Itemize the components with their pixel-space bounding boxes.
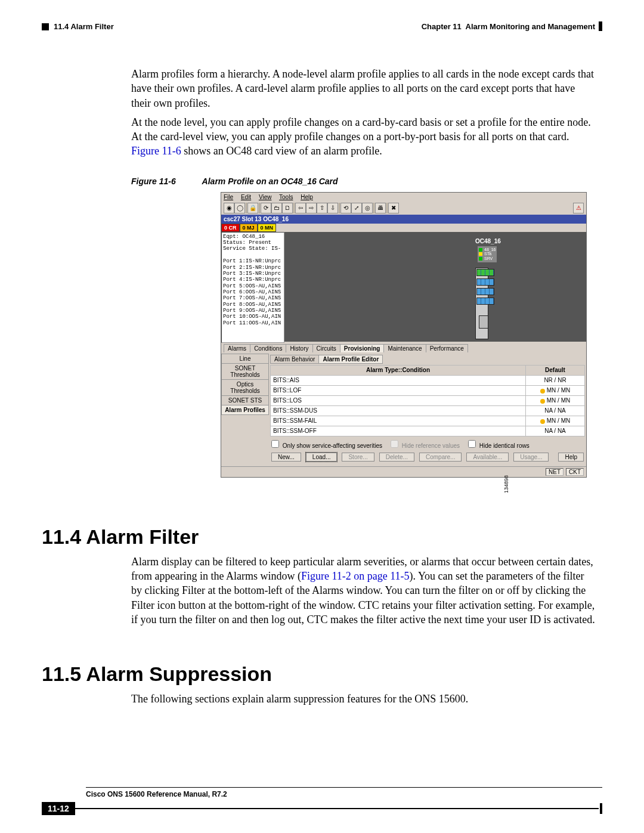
side-tabs: LineSONET ThresholdsOptics ThresholdsSON…	[221, 354, 269, 466]
side-tab-line[interactable]: Line	[221, 354, 269, 364]
tab-maintenance[interactable]: Maintenance	[383, 344, 426, 352]
sub-tab-alarm-behavior[interactable]: Alarm Behavior	[270, 355, 319, 364]
side-tab-alarm-profiles[interactable]: Alarm Profiles	[221, 405, 269, 415]
arrow-down-icon[interactable]: ⇩	[327, 203, 338, 213]
figure-label: Figure 11-6	[131, 176, 176, 186]
tb-btn-6[interactable]: 🗋	[282, 203, 293, 213]
link-figure-11-6[interactable]: Figure 11-6	[131, 145, 181, 157]
port-3-icon[interactable]	[476, 288, 494, 295]
status-pane: Eqpt: OC48_16 Status: Present Service St…	[221, 232, 284, 343]
help-button[interactable]: Help	[558, 453, 584, 462]
grid-header-default[interactable]: Default	[526, 365, 585, 375]
checkbox-row: Only show service-affecting severities H…	[270, 436, 585, 450]
header-chapter: Chapter 11 Alarm Monitoring and Manageme…	[422, 22, 595, 31]
tb-btn-5[interactable]: 🗀	[271, 203, 282, 213]
figure-title: Alarm Profile on an OC48_16 Card	[202, 176, 338, 186]
screenshot-id: 134898	[503, 475, 509, 493]
button-row: New... Load... Store... Delete... Compar…	[270, 450, 585, 465]
arrow-right-icon[interactable]: ⇨	[306, 203, 317, 213]
usage-button[interactable]: Usage...	[513, 453, 549, 462]
tab-alarms[interactable]: Alarms	[224, 344, 250, 352]
footer-book-title: Cisco ONS 15600 Reference Manual, R7.2	[86, 790, 227, 798]
arrow-left-icon[interactable]: ⇦	[295, 203, 306, 213]
tab-conditions[interactable]: Conditions	[250, 344, 286, 352]
menu-tools[interactable]: Tools	[279, 194, 293, 200]
table-row[interactable]: BITS::SSM-DUSNA / NA	[271, 405, 585, 416]
arrow-up-icon[interactable]: ⇧	[317, 203, 327, 213]
paragraph-2: At the node level, you can apply profile…	[131, 115, 596, 159]
card-label: OC48_16	[475, 238, 501, 244]
status-net: NET	[546, 468, 564, 476]
card-legend: 48_16STaSRV	[478, 246, 497, 262]
new-button[interactable]: New...	[271, 453, 301, 462]
menu-view[interactable]: View	[259, 194, 272, 200]
paragraph-1: Alarm profiles form a hierarchy. A node-…	[131, 67, 596, 110]
table-row[interactable]: BITS::AISNR / NR	[271, 375, 585, 385]
count-mn: 0 MN	[258, 224, 277, 232]
section-11-4-body: Alarm display can be filtered to keep pa…	[131, 555, 596, 627]
footer-rule	[75, 808, 599, 809]
port-4-icon[interactable]	[476, 298, 494, 305]
status-ckt: CKT	[566, 468, 584, 476]
header-bar-icon	[599, 21, 602, 31]
grid-header-condition[interactable]: Alarm Type::Condition	[271, 365, 526, 375]
compare-button[interactable]: Compare...	[419, 453, 462, 462]
menubar[interactable]: File Edit View Tools Help	[221, 193, 586, 202]
tb-btn-4[interactable]: ⟳	[261, 203, 271, 213]
window-title: csc27 Slot 13 OC48_16	[221, 215, 586, 224]
table-row[interactable]: BITS::SSM-OFFNA / NA	[271, 426, 585, 436]
section-11-5-body: The following sections explain alarm sup…	[131, 692, 596, 706]
port-2-icon[interactable]	[476, 278, 494, 286]
toolbar: ◉ ◯ 🔒 ⟳ 🗀 🗋 ⇦ ⇨ ⇧ ⇩ ⟲ ⤢ ◎ 🖶 ✖ ⚠	[221, 202, 586, 215]
tb-btn-1[interactable]: ◉	[224, 203, 234, 213]
chk-hide-ref[interactable]: Hide reference values	[391, 440, 460, 449]
side-tab-sonet-sts[interactable]: SONET STS	[221, 395, 269, 405]
chk-only-sa[interactable]: Only show service-affecting severities	[271, 440, 382, 449]
menu-edit[interactable]: Edit	[241, 194, 251, 200]
count-mj: 0 MJ	[240, 224, 258, 232]
card-graphic-pane: OC48_16 48_16STaSRV	[284, 232, 586, 342]
chk-hide-ident[interactable]: Hide identical rows	[468, 440, 530, 449]
tab-history[interactable]: History	[286, 344, 312, 352]
side-tab-sonet-thresholds[interactable]: SONET Thresholds	[221, 363, 269, 380]
menu-help[interactable]: Help	[301, 194, 313, 200]
sub-tab-alarm-profile-editor[interactable]: Alarm Profile Editor	[318, 355, 383, 364]
footer-tick-icon	[600, 803, 602, 814]
load-button[interactable]: Load...	[306, 453, 338, 462]
main-tabs: AlarmsConditionsHistoryCircuitsProvision…	[221, 343, 586, 354]
side-tab-optics-thresholds[interactable]: Optics Thresholds	[221, 379, 269, 396]
tb-btn-12[interactable]: ⤢	[351, 203, 362, 213]
tab-circuits[interactable]: Circuits	[312, 344, 340, 352]
tb-btn-14[interactable]: 🖶	[375, 203, 386, 213]
tb-btn-13[interactable]: ◎	[362, 203, 373, 213]
alarm-grid: Alarm Type::Condition Default BITS::AISN…	[270, 365, 585, 436]
alert-icon[interactable]: ⚠	[573, 203, 584, 213]
link-figure-11-2[interactable]: Figure 11-2 on page 11-5	[301, 570, 410, 582]
table-row[interactable]: BITS::LOFMN / MN	[271, 385, 585, 395]
header-square	[42, 23, 49, 30]
delete-button[interactable]: Delete...	[379, 453, 414, 462]
statusbar: NET CKT	[221, 466, 586, 477]
store-button[interactable]: Store...	[342, 453, 374, 462]
port-grey-icon[interactable]	[479, 315, 488, 329]
sub-tabs: Alarm BehaviorAlarm Profile Editor	[270, 355, 585, 364]
tab-performance[interactable]: Performance	[426, 344, 468, 352]
footer-page-number: 11-12	[42, 802, 75, 815]
count-cr: 0 CR	[221, 224, 240, 232]
alarm-counts: 0 CR 0 MJ 0 MN	[221, 224, 586, 232]
menu-file[interactable]: File	[224, 194, 233, 200]
available-button[interactable]: Available...	[466, 453, 509, 462]
table-row[interactable]: BITS::LOSMN / MN	[271, 395, 585, 405]
screenshot-window: File Edit View Tools Help ◉ ◯ 🔒 ⟳ 🗀 🗋 ⇦ …	[221, 192, 587, 478]
heading-11-4: 11.4 Alarm Filter	[42, 525, 602, 549]
port-1-icon[interactable]	[476, 269, 494, 276]
header-section-ref: 11.4 Alarm Filter	[54, 22, 114, 31]
tb-btn-11[interactable]: ⟲	[340, 203, 351, 213]
tb-btn-15[interactable]: ✖	[388, 203, 399, 213]
tb-btn-2[interactable]: ◯	[234, 203, 245, 213]
table-row[interactable]: BITS::SSM-FAILMN / MN	[271, 416, 585, 426]
lock-icon[interactable]: 🔒	[247, 203, 258, 213]
tab-provisioning[interactable]: Provisioning	[340, 344, 385, 352]
heading-11-5: 11.5 Alarm Suppression	[42, 662, 602, 686]
